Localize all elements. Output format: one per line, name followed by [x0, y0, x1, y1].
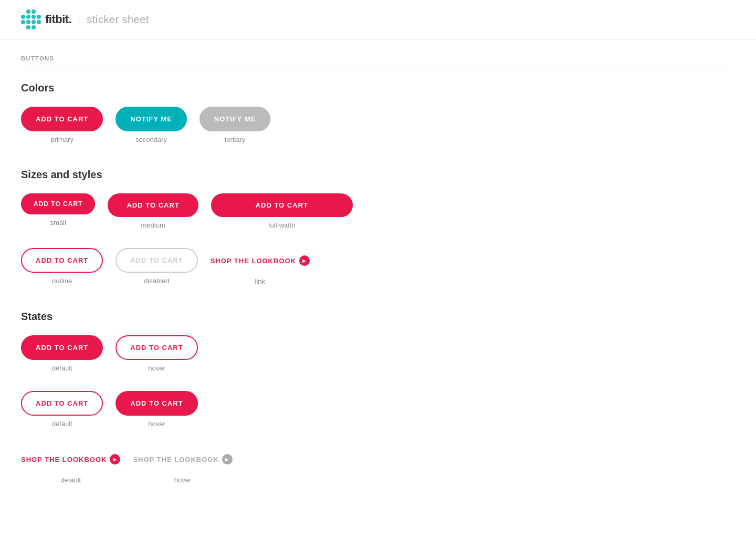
colors-title: Colors	[21, 82, 735, 94]
primary-add-to-cart-button[interactable]: ADD TO CART	[21, 107, 103, 131]
logo: fitbit.	[21, 9, 71, 29]
filled-default-label: default	[52, 364, 72, 372]
filled-default-item: ADD TO CART default	[21, 335, 103, 372]
arrow-circle-icon: ►	[299, 255, 310, 266]
sizes-row-2: ADD TO CART outline ADD TO CART disabled…	[21, 248, 735, 285]
tertiary-label: tertiary	[225, 136, 246, 143]
outline-label: outline	[52, 277, 72, 285]
brand-name: fitbit.	[45, 13, 71, 26]
link-hover-item: SHOP THE LOOKBOOK ► hover	[133, 447, 232, 484]
full-button-item: ADD TO CART full-width	[211, 193, 353, 229]
filled-hover-label: hover	[148, 364, 165, 372]
link-button-item: SHOP THE LOOKBOOK ► link	[211, 248, 310, 285]
link-hover-text: SHOP THE LOOKBOOK	[133, 456, 218, 463]
sizes-section: Sizes and styles ADD TO CART small ADD T…	[21, 169, 735, 285]
disabled-add-to-cart-button: ADD TO CART	[116, 248, 197, 273]
outline-hover-button[interactable]: ADD TO CART	[116, 391, 197, 416]
link-default-item: SHOP THE LOOKBOOK ► default	[21, 447, 120, 484]
sizes-row-1: ADD TO CART small ADD TO CART medium ADD…	[21, 193, 735, 229]
small-button-item: ADD TO CART small	[21, 193, 95, 226]
filled-states-row: ADD TO CART default ADD TO CART hover	[21, 335, 735, 372]
primary-button-item: ADD TO CART primary	[21, 107, 103, 143]
main-content: BUTTONS Colors ADD TO CART primary NOTIF…	[0, 39, 756, 536]
outline-default-item: ADD TO CART default	[21, 391, 103, 428]
page-subtitle: sticker sheet	[87, 14, 149, 26]
filled-hover-item: ADD TO CART hover	[116, 335, 197, 372]
colors-section: Colors ADD TO CART primary NOTIFY ME sec…	[21, 82, 735, 143]
tertiary-button-item: NOTIFY ME tertiary	[200, 107, 271, 143]
link-hover-button[interactable]: SHOP THE LOOKBOOK ►	[133, 447, 232, 472]
small-add-to-cart-button[interactable]: ADD TO CART	[21, 193, 95, 214]
section-label: BUTTONS	[21, 55, 735, 61]
link-label-sub: link	[255, 277, 266, 285]
app-header: fitbit. sticker sheet	[0, 0, 756, 39]
header-divider	[79, 14, 79, 25]
link-default-text: SHOP THE LOOKBOOK	[21, 456, 107, 463]
link-states-row: SHOP THE LOOKBOOK ► default SHOP THE LOO…	[21, 447, 735, 484]
outline-add-to-cart-button[interactable]: ADD TO CART	[21, 248, 103, 273]
tertiary-notify-me-button[interactable]: NOTIFY ME	[200, 107, 271, 131]
outline-default-button[interactable]: ADD TO CART	[21, 391, 103, 416]
section-divider	[21, 66, 735, 66]
medium-button-item: ADD TO CART medium	[108, 193, 198, 229]
link-hover-sub: hover	[174, 476, 192, 484]
filled-hover-button[interactable]: ADD TO CART	[116, 335, 197, 360]
link-label: SHOP THE LOOKBOOK	[211, 257, 296, 265]
full-add-to-cart-button[interactable]: ADD TO CART	[211, 193, 353, 217]
full-label: full-width	[268, 221, 295, 229]
outline-hover-label: hover	[148, 420, 165, 428]
colors-button-group: ADD TO CART primary NOTIFY ME secondary …	[21, 107, 735, 143]
link-default-arrow-icon: ►	[110, 454, 120, 465]
link-default-button[interactable]: SHOP THE LOOKBOOK ►	[21, 447, 120, 472]
secondary-label: secondary	[135, 136, 167, 143]
primary-label: primary	[50, 136, 73, 143]
link-shop-lookbook-button[interactable]: SHOP THE LOOKBOOK ►	[211, 248, 310, 273]
states-title: States	[21, 311, 735, 323]
medium-add-to-cart-button[interactable]: ADD TO CART	[108, 193, 198, 217]
outline-default-label: default	[52, 420, 72, 428]
link-hover-arrow-icon: ►	[222, 454, 233, 465]
states-section: States ADD TO CART default ADD TO CART h…	[21, 311, 735, 484]
filled-default-button[interactable]: ADD TO CART	[21, 335, 103, 360]
medium-label: medium	[141, 221, 165, 229]
fitbit-logo-dots	[21, 9, 41, 29]
disabled-button-item: ADD TO CART disabled	[116, 248, 197, 285]
link-default-sub: default	[60, 476, 81, 484]
disabled-label: disabled	[144, 277, 169, 285]
secondary-button-item: NOTIFY ME secondary	[116, 107, 187, 143]
sizes-title: Sizes and styles	[21, 169, 735, 181]
small-label: small	[50, 219, 66, 226]
outline-button-item: ADD TO CART outline	[21, 248, 103, 285]
outline-states-row: ADD TO CART default ADD TO CART hover	[21, 391, 735, 428]
outline-hover-item: ADD TO CART hover	[116, 391, 197, 428]
secondary-notify-me-button[interactable]: NOTIFY ME	[116, 107, 187, 131]
